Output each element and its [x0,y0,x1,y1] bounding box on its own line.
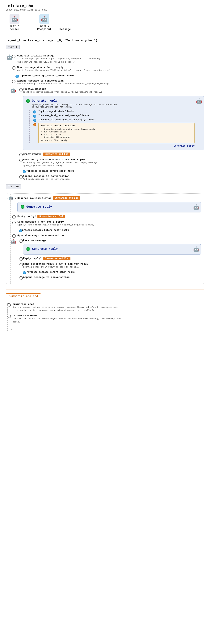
desc-send-msg: agent_A sends the message "Tell me a jok… [17,69,204,72]
flow-line-t1 [10,60,10,181]
step-proc-hook-3: "process_message_before_send" hooks [21,229,202,232]
title-summarise-chat: Summarise chat [13,303,204,306]
turn2-badge: Turn 2+ [6,184,21,189]
dot-proc-hook-2 [23,170,26,173]
step-create-chatresult: Create ChatResult Creates the return Cha… [13,314,204,324]
title-proc-hook-2: "process_message_before_send" hooks [26,170,75,172]
title-proc-last: "process_last_received_message" hooks [38,114,89,117]
step-append-conv-4: Append message to conversation [23,276,202,279]
summarize-badge-max: Summarize and End [53,196,80,200]
desc-summarise-chat: Use the summary_method to create a summa… [13,306,204,312]
page-title: initiate_chat [6,4,204,8]
title-gen-reply-t1: Generate reply [32,99,57,102]
dot-proc-hook-4 [23,271,26,274]
step-proc-hook-4: "process_message_before_send" hooks [26,271,202,274]
step-send-msg: Send message & ask for a reply agent_A s… [17,66,204,72]
step-append-conv-3: Append message to conversation [17,234,202,237]
eval-item-2: Run tool calls [44,134,192,136]
step-append-conv-2: Append message to conversation Add reply… [23,175,204,181]
step-empty-reply-2: Empty reply? Summarize and End [17,215,202,218]
dot-gen-reply-t1 [26,99,30,103]
agent-a-name: agent_A [10,25,19,27]
dot-empty-reply-1 [19,153,23,156]
dot-create-chatresult [7,315,11,318]
title-append-conv: Append message to conversation [17,80,204,82]
step-proc-hook-2: "process_message_before_send" hooks [26,170,204,172]
dot-proc-all [33,119,36,122]
dot-append-conv-2 [19,175,23,178]
turn2-section: Turn 2+ → 🤖 Reached maximum turns? Summa… [6,184,204,284]
dot-empty-reply-3 [19,257,23,261]
gen-reply-box-t2a: Generate reply 🤖 [17,202,202,212]
title-proc-hook-4: "process_message_before_send" hooks [26,271,75,274]
turn1-section: Turn 1 🤖 Generate initial message If no … [6,45,204,181]
dot-receive-t2 [19,240,23,243]
title-gen-reply-t2b: Generate reply [32,247,58,251]
desc-gen-reply-t1: agent_B generates their reply to the one… [32,104,195,108]
eval-item-1: Run function calls [44,131,192,133]
summarize-badge-2: Summarize and End [37,215,65,218]
agent-a-icon: 🤖 [9,14,19,24]
agent-b-t2: 🤖 [10,239,16,244]
desc-receive-t1: agent_B receives message from agent_A (C… [23,90,204,94]
dot-append-conv-4 [19,276,23,280]
title-empty-reply-2: Empty reply? [17,215,36,218]
title-append-conv-4: Append message to conversation [23,276,202,279]
desc-append-conv-2: Add reply message to the conversation [23,178,204,181]
dot-send-msg [12,66,15,70]
agent-a-avatar-t1: 🤖 [6,54,13,61]
eval-footer: Returns a final reply [41,139,192,142]
summarize-section: Summarize and End Summarise chat Use the… [6,290,204,331]
title-update-state: "update_agent_state" hooks [38,110,74,113]
title-send-gen-reply: Send generated reply & don't ask for rep… [23,262,202,266]
recipient-arrow: ↓ [36,32,46,37]
sub-proc-last: "process_last_received_message" hooks [33,114,195,117]
step-proc-hook: "process_message_before_send" hooks [21,74,204,77]
dot-proc-hook-3 [19,229,22,232]
agent-a-box: 🤖 agent_A Sender [9,14,19,31]
dot-empty-reply-2 [12,215,16,218]
desc-send-gen-reply: agent_B sends their reply message to age… [23,266,202,269]
dot-send-msg-2 [12,221,16,224]
dot-send-gen-reply [19,263,23,266]
title-receive-t2: Receive message [23,239,202,242]
gen-reply-bot-t1: 🤖 [196,98,202,104]
dot-append-conv-3 [12,234,16,238]
title-create-chatresult: Create ChatResult [13,314,204,317]
agent-b-icon: 🤖 [39,14,49,24]
title-send-reply-1: Send reply message & don't ask for reply [23,158,204,161]
agent-a-role: Sender [10,28,19,31]
dot-send-reply-1 [19,159,23,162]
title-empty-reply-3: Empty reply? [23,257,42,260]
sub-update-state: "update_agent_state" hooks [33,110,195,113]
sub-line-t1 [19,88,19,181]
dot-summarise-chat [7,303,11,306]
turn1-badge: Turn 1 [6,45,20,50]
title-gen-reply-t2a: Generate reply [26,205,52,208]
title-reached-max: Reached maximum turns? [17,197,51,200]
desc-create-chatresult: Creates the return ChatResult object whi… [13,317,204,324]
step-receive-t1: Receive message agent_B receives message… [23,88,204,94]
step-send-gen-reply: Send generated reply & don't ask for rep… [23,262,202,269]
dot-gen-initial [12,55,15,58]
gen-reply-footer-label: Generate reply [26,144,195,147]
step-append-conv: Append message to conversation Add the m… [17,80,204,86]
title-append-conv-2: Append message to conversation [23,175,204,178]
dot-append-conv [12,80,15,83]
desc-send-msg-2: agent_A sends their reply message to age… [17,223,202,226]
title-gen-initial: Generate initial message [17,54,204,57]
sub-proc-all: "process_all_messages_before_reply" hook… [33,118,195,121]
title-empty-reply-1: Empty reply? [23,153,41,156]
agent-b-role: Recipient [37,28,52,31]
page-subtitle: ConversableAgent.initiate_chat [6,8,204,11]
desc-gen-initial: If no message, get human input. Append a… [17,57,204,64]
title-send-msg-2: Send message & ask for a reply [17,220,202,223]
summarize-badge-large: Summarize and End [6,294,41,299]
dot-proc-last [33,115,36,118]
dot-proc-hook [15,75,19,78]
desc-append-conv: Add the message to the conversation (Con… [17,82,204,86]
final-arrow: ↓ [11,326,204,331]
step-send-msg-2: Send message & ask for a reply agent_A s… [17,220,202,226]
message-arrow: ↓ [61,32,71,37]
message-label: Message [60,28,71,31]
